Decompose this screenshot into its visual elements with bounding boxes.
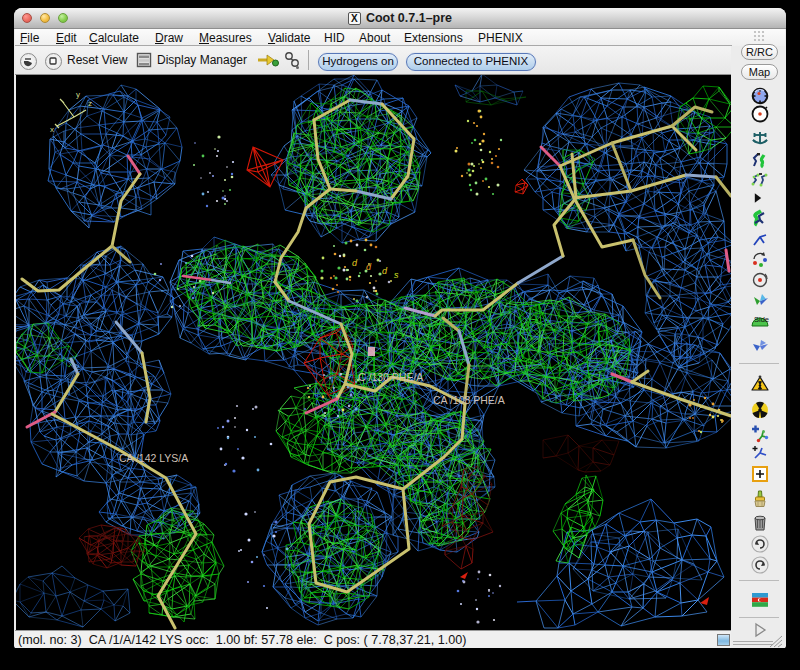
svg-text:y: y (76, 90, 80, 99)
svg-text:d: d (382, 266, 388, 276)
svg-text:s: s (394, 270, 399, 280)
svg-text:z: z (88, 99, 92, 108)
svg-text:CA /142 LYS/A: CA /142 LYS/A (119, 452, 188, 464)
svg-text:CA /108 PHE/A: CA /108 PHE/A (433, 394, 505, 406)
svg-text:x: x (50, 125, 54, 134)
svg-text:Side: Side (754, 315, 769, 324)
svg-text:d: d (366, 262, 372, 272)
svg-text:C /130 PHE/A: C /130 PHE/A (358, 371, 423, 383)
svg-text:d: d (352, 258, 358, 268)
